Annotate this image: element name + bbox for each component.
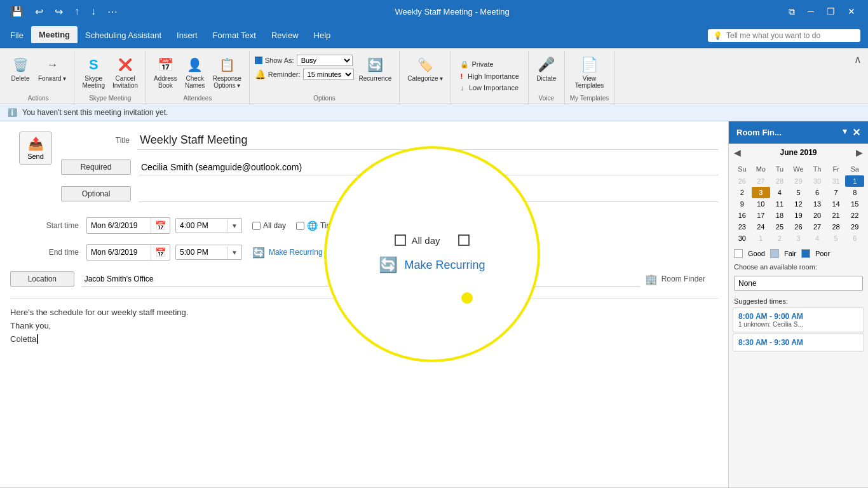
end-date-input[interactable]: 📅 — [86, 244, 170, 261]
cal-day[interactable]: 14 — [827, 198, 846, 210]
cal-day[interactable]: 2 — [770, 233, 789, 244]
time-zones-checkbox[interactable] — [296, 222, 304, 230]
cal-day[interactable]: 12 — [789, 198, 808, 210]
suggested-time-2[interactable]: 8:30 AM - 9:30 AM — [733, 334, 864, 351]
cal-day[interactable]: 15 — [845, 198, 864, 210]
cal-day[interactable]: 26 — [789, 221, 808, 233]
minimize-btn[interactable]: ─ — [803, 4, 819, 19]
cal-day[interactable]: 9 — [733, 198, 752, 210]
response-options-btn[interactable]: 📋 ResponseOptions ▾ — [210, 53, 244, 90]
cal-day[interactable]: 3 — [789, 233, 808, 244]
end-time-select-wrap[interactable]: 5:00 PM 5:30 PM ▼ — [175, 245, 242, 260]
make-recurring-btn[interactable]: 🔄 Make Recurring — [252, 247, 323, 259]
restore-btn[interactable]: ❐ — [822, 4, 840, 19]
start-calendar-icon[interactable]: 📅 — [151, 218, 170, 233]
menu-scheduling[interactable]: Scheduling Assistant — [78, 27, 169, 44]
optional-btn[interactable]: Optional — [61, 186, 131, 201]
cal-day[interactable]: 21 — [827, 210, 846, 221]
address-book-btn[interactable]: 📅 AddressBook — [151, 53, 180, 90]
redo-btn[interactable]: ↪ — [51, 4, 66, 19]
down-btn[interactable]: ↓ — [88, 4, 99, 18]
panel-close-btn[interactable]: ✕ — [852, 126, 860, 139]
reminder-select[interactable]: 15 minutes 0 minutes 5 minutes 30 minute… — [303, 69, 354, 80]
cal-day[interactable]: 29 — [845, 221, 864, 233]
save-qat-btn[interactable]: 💾 — [8, 4, 27, 19]
cal-day[interactable]: 5 — [827, 233, 846, 244]
cal-day[interactable]: 28 — [827, 221, 846, 233]
cal-day[interactable]: 4 — [808, 233, 827, 244]
categorize-btn[interactable]: 🏷️ Categorize ▾ — [405, 53, 445, 83]
start-time-select[interactable]: 4:00 PM 4:30 PM — [176, 219, 227, 233]
cal-day[interactable]: 5 — [789, 187, 808, 198]
cal-day[interactable]: 30 — [808, 175, 827, 187]
cancel-invitation-btn[interactable]: ❌ CancelInvitation — [110, 53, 140, 90]
tile-window-btn[interactable]: ⧉ — [783, 4, 800, 20]
cal-day[interactable]: 30 — [733, 233, 752, 244]
cal-day[interactable]: 25 — [770, 221, 789, 233]
cal-day[interactable]: 8 — [845, 187, 864, 198]
recurrence-btn[interactable]: 🔄 Recurrence — [356, 53, 395, 83]
cal-day[interactable]: 20 — [808, 210, 827, 221]
menu-help[interactable]: Help — [306, 27, 339, 44]
cal-day[interactable]: 26 — [733, 175, 752, 187]
optional-input[interactable] — [139, 186, 718, 202]
start-date-input[interactable]: 📅 — [86, 217, 170, 234]
forward-btn[interactable]: → Forward ▾ — [36, 53, 69, 83]
title-input[interactable] — [137, 131, 718, 150]
cal-day[interactable]: 19 — [789, 210, 808, 221]
start-time-select-wrap[interactable]: 4:00 PM 4:30 PM ▼ — [175, 218, 242, 233]
end-date-field[interactable] — [87, 245, 151, 259]
location-input[interactable] — [82, 272, 640, 287]
time-zones-checkbox-label[interactable]: 🌐 Time zones — [296, 220, 360, 231]
cal-day[interactable]: 18 — [770, 210, 789, 221]
cal-day[interactable]: 1 — [752, 233, 771, 244]
cal-day[interactable]: 4 — [770, 187, 789, 198]
check-names-btn[interactable]: 👤 CheckNames — [182, 53, 208, 90]
skype-meeting-btn[interactable]: S SkypeMeeting — [79, 53, 107, 90]
up-btn[interactable]: ↑ — [71, 4, 83, 18]
all-day-checkbox-label[interactable]: All day — [252, 221, 286, 230]
private-btn[interactable]: 🔒 Private — [456, 59, 497, 70]
cal-day[interactable]: 16 — [733, 210, 752, 221]
cal-day[interactable]: 31 — [827, 175, 846, 187]
cal-day[interactable]: 22 — [845, 210, 864, 221]
cal-day[interactable]: 24 — [752, 221, 771, 233]
search-bar[interactable]: 💡 — [708, 29, 860, 42]
cal-day[interactable]: 1 — [845, 175, 864, 187]
cal-day[interactable]: 23 — [733, 221, 752, 233]
menu-meeting[interactable]: Meeting — [31, 26, 78, 44]
high-importance-btn[interactable]: High Importance — [456, 71, 522, 81]
cal-day-today[interactable]: 3 — [752, 187, 771, 198]
cal-day[interactable]: 6 — [845, 233, 864, 244]
available-room-dropdown[interactable]: None — [734, 276, 863, 291]
search-input[interactable] — [726, 31, 853, 40]
cal-day[interactable]: 13 — [808, 198, 827, 210]
cal-day[interactable]: 27 — [752, 175, 771, 187]
cal-day[interactable]: 17 — [752, 210, 771, 221]
menu-insert[interactable]: Insert — [169, 27, 205, 44]
menu-format-text[interactable]: Format Text — [205, 27, 264, 44]
location-btn[interactable]: Location — [10, 271, 74, 287]
end-calendar-icon[interactable]: 📅 — [151, 245, 170, 260]
required-btn[interactable]: Required — [61, 159, 131, 175]
view-templates-btn[interactable]: 📄 ViewTemplates — [573, 53, 607, 90]
all-day-checkbox[interactable] — [252, 222, 261, 230]
cal-day[interactable]: 2 — [733, 187, 752, 198]
room-finder-btn[interactable]: 🏢 Room Finder — [645, 273, 718, 285]
required-input[interactable] — [139, 159, 718, 175]
undo-btn[interactable]: ↩ — [32, 4, 46, 19]
prev-month-btn[interactable]: ◀ — [734, 147, 741, 158]
cal-day[interactable]: 28 — [770, 175, 789, 187]
low-importance-btn[interactable]: Low Importance — [456, 83, 522, 93]
cal-day[interactable]: 27 — [808, 221, 827, 233]
cal-day[interactable]: 6 — [808, 187, 827, 198]
cal-day[interactable]: 29 — [789, 175, 808, 187]
send-btn[interactable]: 📤 Send — [19, 132, 52, 165]
panel-dropdown-btn[interactable]: ▾ — [843, 126, 847, 139]
dictate-btn[interactable]: 🎤 Dictate — [534, 53, 559, 83]
end-time-select[interactable]: 5:00 PM 5:30 PM — [176, 245, 227, 259]
menu-file[interactable]: File — [3, 27, 31, 44]
cal-day[interactable]: 7 — [827, 187, 846, 198]
menu-review[interactable]: Review — [264, 27, 306, 44]
ribbon-collapse-btn[interactable]: ∧ — [850, 51, 865, 68]
